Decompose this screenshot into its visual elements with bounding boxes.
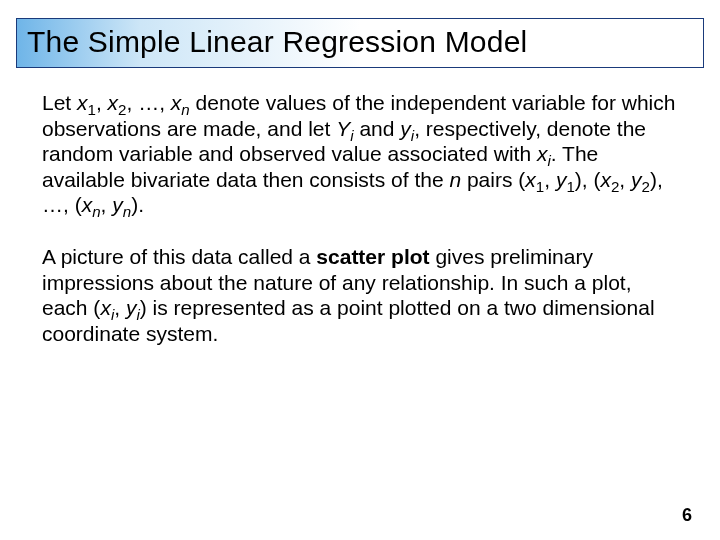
page-number: 6 <box>682 505 692 526</box>
slide-title: The Simple Linear Regression Model <box>27 25 693 59</box>
slide-body: Let x1, x2, …, xn denote values of the i… <box>0 68 720 346</box>
paragraph-2: A picture of this data called a scatter … <box>42 244 678 346</box>
paragraph-1: Let x1, x2, …, xn denote values of the i… <box>42 90 678 218</box>
slide-title-box: The Simple Linear Regression Model <box>16 18 704 68</box>
